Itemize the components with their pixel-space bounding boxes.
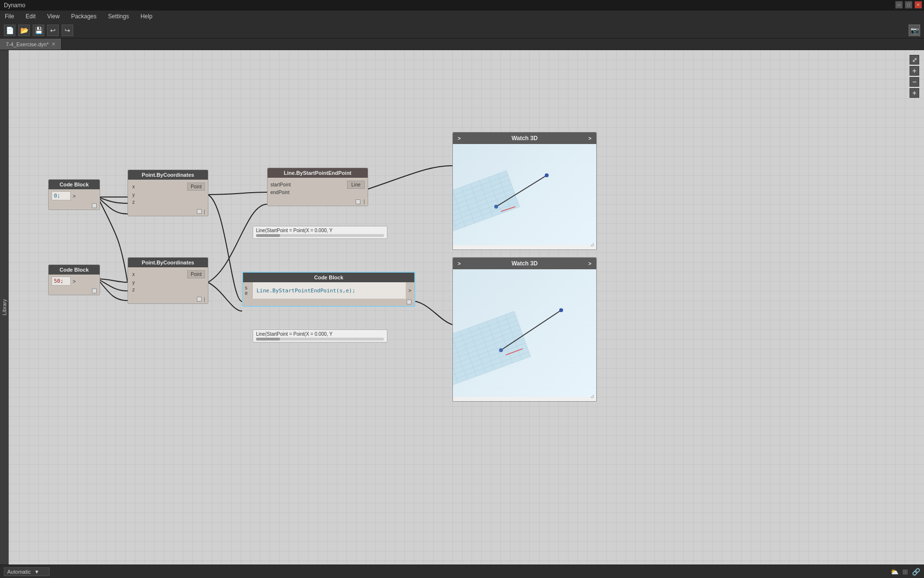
line-by-startend-node: Line.ByStartPointEndPoint startPoint Lin…: [267, 168, 368, 206]
port-s-label: s: [245, 285, 250, 290]
watch3d-1-title: Watch 3D: [512, 135, 538, 142]
menu-packages[interactable]: Packages: [69, 12, 99, 21]
port-x-label-1: x: [131, 184, 136, 190]
library-panel[interactable]: Library: [0, 50, 9, 565]
code-block-2-checkbox[interactable]: [92, 289, 97, 293]
run-mode-label: Automatic: [7, 569, 31, 575]
pbc2-checkbox[interactable]: [197, 297, 202, 302]
zoom-add-button[interactable]: +: [910, 88, 919, 98]
code-block-full-code[interactable]: Line.ByStartPointEndPoint(s,e);: [257, 288, 355, 294]
zoom-out-button[interactable]: −: [910, 77, 919, 87]
window-controls: ─ □ ✕: [895, 1, 922, 9]
port-z-label-2: z: [131, 287, 136, 293]
code-block-1-checkbox[interactable]: [92, 203, 97, 208]
code-block-1-input[interactable]: 0;: [51, 191, 71, 200]
lbspe-endpoint-label: endPoint: [270, 190, 289, 195]
port-y-label-1: y: [131, 192, 136, 198]
port-e-label: e: [245, 290, 250, 296]
code-block-full-checkbox[interactable]: [407, 300, 411, 304]
lbspe-line-out: Line: [347, 181, 365, 189]
tab-exercise[interactable]: 7-4_Exercise.dyn* ✕: [0, 39, 62, 50]
point-by-coords-1-body: x Point y z: [128, 180, 208, 208]
minimize-button[interactable]: ─: [895, 1, 903, 9]
camera-button[interactable]: 📷: [909, 25, 920, 36]
watch3d-1-header: > Watch 3D >: [453, 132, 596, 144]
menu-view[interactable]: View: [45, 12, 62, 21]
point-by-coords-2-footer: |: [128, 296, 208, 303]
toolbar: 📄 📂 💾 ↩ ↪ 📷: [0, 22, 924, 39]
fit-zoom-button[interactable]: ⤢: [910, 55, 919, 65]
svg-point-39: [499, 348, 503, 352]
lbspe-startpoint-label: startPoint: [270, 182, 291, 187]
run-mode-dropdown[interactable]: Automatic ▼: [4, 567, 50, 576]
scrollbar-1[interactable]: [256, 234, 384, 237]
scrollbar-thumb-2: [256, 338, 280, 341]
port-x-label-2: x: [131, 271, 136, 277]
watch3d-2-title: Watch 3D: [512, 260, 538, 267]
watch3d-2-right-btn[interactable]: >: [589, 261, 591, 266]
undo-button[interactable]: ↩: [47, 25, 59, 36]
output-preview-1: Line(StartPoint = Point(X = 0.000, Y: [253, 226, 387, 239]
point-by-coords-2-body: x Point y z: [128, 267, 208, 296]
point-by-coords-1-footer: |: [128, 208, 208, 216]
code-block-full-header: Code Block: [243, 273, 414, 282]
watch3d-2-viewport[interactable]: [453, 269, 596, 397]
point-by-coords-node-2: Point.ByCoordinates x Point y z |: [128, 257, 208, 304]
watch3d-node-2: > Watch 3D >: [452, 257, 597, 402]
code-block-full-arrow: >: [409, 288, 411, 293]
close-button[interactable]: ✕: [914, 1, 922, 9]
watch3d-2-header: > Watch 3D >: [453, 258, 596, 269]
code-block-2-input[interactable]: 50;: [51, 276, 71, 286]
lbspe-checkbox[interactable]: [356, 199, 360, 204]
watch3d-1-scene: [453, 144, 596, 245]
watch3d-1-right-btn[interactable]: >: [589, 135, 591, 141]
menu-settings[interactable]: Settings: [106, 12, 131, 21]
status-icons: ⛅ ⊞ 🔗: [890, 568, 920, 576]
redo-button[interactable]: ↪: [62, 25, 73, 36]
code-block-2-arrow: >: [73, 278, 76, 284]
port-point-out-2: Point: [187, 270, 205, 278]
status-bar: Automatic ▼ ⛅ ⊞ 🔗: [0, 565, 924, 578]
svg-point-40: [559, 308, 563, 312]
menu-bar: File Edit View Packages Settings Help: [0, 11, 924, 22]
menu-help[interactable]: Help: [139, 12, 154, 21]
point-by-coords-1-header: Point.ByCoordinates: [128, 170, 208, 180]
open-button[interactable]: 📂: [18, 25, 30, 36]
watch3d-1-left-btn[interactable]: >: [458, 135, 461, 141]
point-by-coords-node-1: Point.ByCoordinates x Point y z |: [128, 170, 208, 216]
canvas[interactable]: Library ⤢ + − + Code Block 0;: [0, 50, 924, 565]
svg-point-17: [494, 205, 498, 209]
new-button[interactable]: 📄: [4, 25, 15, 36]
connect-icon[interactable]: 🔗: [912, 568, 920, 576]
tab-close-button[interactable]: ✕: [51, 41, 55, 47]
code-block-node-1: Code Block 0; >: [48, 179, 100, 210]
zoom-controls: ⤢ + − +: [910, 55, 919, 98]
pbc1-checkbox[interactable]: [197, 209, 202, 214]
dropdown-arrow: ▼: [34, 569, 39, 575]
code-block-1-arrow: >: [73, 193, 76, 199]
code-block-full-node: Code Block s e Line.ByStartPointEndPoint…: [242, 272, 415, 307]
watch3d-1-viewport[interactable]: [453, 144, 596, 245]
scrollbar-thumb-1: [256, 234, 280, 237]
svg-point-18: [545, 173, 549, 177]
menu-edit[interactable]: Edit: [24, 12, 38, 21]
scrollbar-2[interactable]: [256, 338, 384, 341]
library-label: Library: [1, 299, 7, 315]
watch3d-1-resize[interactable]: ⊿: [590, 241, 594, 248]
code-block-1-header: Code Block: [49, 180, 100, 189]
save-button[interactable]: 💾: [33, 25, 44, 36]
cloud-icon[interactable]: ⛅: [890, 568, 898, 576]
code-block-2-header: Code Block: [49, 265, 100, 275]
zoom-in-button[interactable]: +: [910, 66, 919, 76]
menu-file[interactable]: File: [3, 12, 16, 21]
watch3d-node-1: > Watch 3D >: [452, 132, 597, 250]
code-block-node-2: Code Block 50; >: [48, 264, 100, 295]
grid-icon[interactable]: ⊞: [902, 568, 908, 576]
maximize-button[interactable]: □: [905, 1, 912, 9]
code-block-2-footer: [49, 288, 100, 295]
port-z-label-1: z: [131, 199, 136, 205]
app-title: Dynamo: [4, 2, 26, 9]
tab-label: 7-4_Exercise.dyn*: [6, 41, 49, 47]
watch3d-2-resize[interactable]: ⊿: [590, 393, 594, 399]
watch3d-2-left-btn[interactable]: >: [458, 261, 461, 266]
